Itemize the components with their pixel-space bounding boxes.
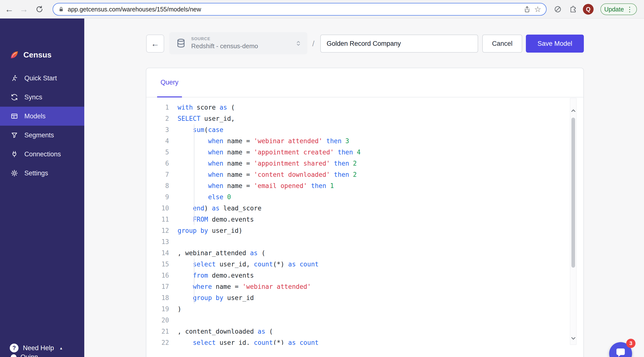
sidebar-nav: Quick Start Syncs Models <box>0 69 84 183</box>
browser-menu-icon[interactable]: ⋮ <box>626 5 633 14</box>
url-text: app.getcensus.com/warehouses/155/models/… <box>68 6 520 13</box>
code-line: 15 select user_id, count(*) as count <box>146 258 583 270</box>
sidebar-item-connections[interactable]: Connections <box>0 145 84 164</box>
sql-editor[interactable]: 1with score as (2SELECT user_id,3 sum(ca… <box>146 98 583 345</box>
tab-bar: Query <box>146 68 583 98</box>
line-number: 4 <box>146 136 169 146</box>
sidebar-item-label: Models <box>24 112 46 120</box>
sidebar-footer: ? Need Help ▲ Quinn <box>0 339 84 357</box>
sidebar-item-settings[interactable]: Settings <box>0 164 84 183</box>
code-line: 21, content_downloaded as ( <box>146 326 583 337</box>
runner-icon <box>10 74 18 82</box>
model-name-input[interactable] <box>320 34 478 52</box>
sync-arrows-icon <box>10 94 18 101</box>
code-line: 19) <box>146 304 583 315</box>
sidebar-item-quick-start[interactable]: Quick Start <box>0 69 84 88</box>
table-grid-icon <box>10 112 18 120</box>
sidebar-item-segments[interactable]: Segments <box>0 126 84 145</box>
line-number: 8 <box>146 180 169 192</box>
line-number: 20 <box>146 315 169 326</box>
sidebar-profile[interactable]: Quinn <box>11 353 38 357</box>
back-button[interactable]: ← <box>146 34 164 52</box>
line-number: 12 <box>146 225 169 236</box>
profile-avatar[interactable]: Q <box>583 4 594 14</box>
profile-dot-icon <box>11 354 16 357</box>
source-value: Redshift - census-demo <box>191 42 290 50</box>
code-line: 3 sum(case <box>146 124 583 136</box>
scroll-down-icon[interactable] <box>570 335 576 342</box>
bookmark-star-icon[interactable]: ☆ <box>534 5 541 13</box>
census-logo[interactable]: Census <box>10 50 52 60</box>
code-line: 9 else 0 <box>146 192 583 202</box>
indent-guide <box>194 124 194 225</box>
need-help-label: Need Help <box>23 344 54 352</box>
reload-icon <box>35 5 44 14</box>
browser-forward-button[interactable]: → <box>16 0 31 18</box>
model-card: Query 1with score as (2SELECT user_id,3 … <box>146 68 584 357</box>
plug-icon <box>10 150 18 158</box>
sidebar-item-label: Syncs <box>24 94 42 101</box>
code-line: 22 select user_id, count(*) as count <box>146 337 583 345</box>
code-line: 14, webinar_attended as ( <box>146 248 583 258</box>
browser-back-button[interactable]: ← <box>2 0 16 18</box>
line-number: 21 <box>146 326 169 337</box>
url-bar[interactable]: app.getcensus.com/warehouses/155/models/… <box>52 3 546 16</box>
code-line: 17 where name = 'webinar attended' <box>146 281 583 292</box>
code-line: 20 <box>146 315 583 326</box>
code-lines: 1with score as (2SELECT user_id,3 sum(ca… <box>146 98 583 345</box>
sidebar-item-label: Settings <box>24 170 48 177</box>
code-line: 5 when name = 'appointment created' then… <box>146 146 583 158</box>
line-number: 22 <box>146 337 169 345</box>
line-number: 18 <box>146 292 169 304</box>
code-line: 1with score as ( <box>146 102 583 113</box>
browser-update-button[interactable]: Update ⋮ <box>600 4 637 15</box>
code-line: 4 when name = 'webinar attended' then 3 <box>146 136 583 146</box>
sidebar-item-label: Segments <box>24 132 54 139</box>
sidebar: Census Quick Start Syncs <box>0 18 84 357</box>
save-model-button[interactable]: Save Model <box>526 34 584 52</box>
update-label: Update <box>604 6 624 13</box>
indent-guide <box>194 258 194 304</box>
line-number: 7 <box>146 169 169 180</box>
line-number: 16 <box>146 270 169 281</box>
browser-reload-button[interactable] <box>32 0 47 18</box>
profile-name: Quinn <box>20 353 38 357</box>
content-blocker-icon[interactable] <box>552 0 564 18</box>
caret-up-icon: ▲ <box>60 346 63 350</box>
source-label: SOURCE <box>191 36 290 42</box>
sidebar-item-label: Connections <box>24 150 61 158</box>
sidebar-item-label: Quick Start <box>24 74 57 82</box>
line-number: 9 <box>146 192 169 202</box>
code-line: 11 FROM demo.events <box>146 214 583 225</box>
line-number: 3 <box>146 124 169 136</box>
cancel-button[interactable]: Cancel <box>482 34 522 52</box>
chat-unread-badge: 3 <box>626 339 636 348</box>
line-number: 17 <box>146 281 169 292</box>
line-number: 5 <box>146 146 169 158</box>
line-number: 10 <box>146 202 169 214</box>
code-line: 16 from demo.events <box>146 270 583 281</box>
scroll-up-icon[interactable] <box>570 107 576 114</box>
sidebar-item-models[interactable]: Models <box>0 107 84 126</box>
code-line: 2SELECT user_id, <box>146 113 583 124</box>
line-number: 15 <box>146 258 169 270</box>
sidebar-item-syncs[interactable]: Syncs <box>0 88 84 107</box>
source-select[interactable]: SOURCE Redshift - census-demo <box>169 32 308 54</box>
editor-scrollbar[interactable] <box>570 98 576 345</box>
tab-query[interactable]: Query <box>157 68 182 98</box>
census-flame-icon <box>10 50 19 60</box>
code-line: 8 when name = 'email opened' then 1 <box>146 180 583 192</box>
code-line: 10 end) as lead_score <box>146 202 583 214</box>
share-icon[interactable] <box>524 6 531 13</box>
line-number: 13 <box>146 236 169 248</box>
code-line: 13 <box>146 236 583 248</box>
select-sorter-icon <box>295 40 302 47</box>
chat-bubble-icon <box>615 348 626 357</box>
scrollbar-thumb[interactable] <box>572 118 575 268</box>
padlock-icon <box>58 6 64 12</box>
extensions-puzzle-icon[interactable] <box>567 0 580 18</box>
path-separator: / <box>312 34 314 52</box>
line-number: 1 <box>146 102 169 113</box>
funnel-icon <box>10 132 18 139</box>
line-number: 14 <box>146 248 169 258</box>
